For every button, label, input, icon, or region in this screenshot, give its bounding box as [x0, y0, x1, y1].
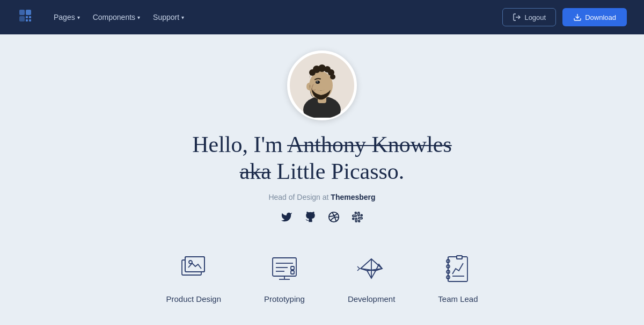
skill-prototyping: Prototyping	[264, 252, 305, 304]
download-button[interactable]: Download	[562, 8, 627, 26]
svg-rect-5	[26, 19, 28, 21]
slack-icon[interactable]	[352, 211, 363, 226]
svg-rect-24	[185, 257, 204, 272]
github-icon[interactable]	[304, 211, 316, 226]
nav-components[interactable]: Components ▾	[93, 13, 140, 21]
svg-rect-0	[19, 10, 25, 15]
hero-text: Hello, I'm Anthony Knowles aka Little Pi…	[192, 131, 452, 185]
svg-rect-32	[291, 271, 294, 274]
skills-row: Product Design	[166, 252, 478, 304]
chevron-down-icon: ▾	[137, 15, 140, 20]
svg-rect-2	[19, 16, 25, 21]
svg-rect-31	[291, 266, 294, 270]
svg-rect-27	[273, 258, 296, 276]
skill-label-product-design: Product Design	[166, 294, 221, 304]
logout-button[interactable]: Logout	[502, 8, 556, 26]
twitter-icon[interactable]	[281, 211, 292, 226]
social-icons	[281, 211, 363, 226]
nav-support[interactable]: Support ▾	[153, 13, 184, 21]
team-lead-icon	[442, 252, 474, 287]
skill-label-team-lead: Team Lead	[438, 294, 478, 304]
logout-icon	[513, 13, 521, 21]
navbar: Pages ▾ Components ▾ Support ▾ Logout	[0, 0, 644, 34]
avatar-image	[290, 53, 354, 118]
skill-product-design: Product Design	[166, 252, 221, 304]
hero-line1: Hello, I'm Anthony Knowles	[192, 131, 452, 158]
svg-rect-3	[26, 16, 28, 18]
svg-point-21	[317, 81, 318, 83]
logo-icon	[17, 8, 36, 27]
svg-rect-38	[448, 257, 467, 281]
download-icon	[573, 13, 582, 21]
prototyping-icon	[268, 252, 301, 287]
logo[interactable]	[17, 8, 36, 27]
hero-name: Anthony Knowles	[287, 132, 452, 157]
skill-label-development: Development	[348, 294, 395, 304]
chevron-down-icon: ▾	[77, 15, 80, 20]
avatar	[287, 50, 357, 120]
skill-team-lead: Team Lead	[438, 252, 478, 304]
chevron-down-icon: ▾	[181, 15, 184, 20]
svg-rect-1	[26, 10, 31, 15]
nav-links: Pages ▾ Components ▾ Support ▾	[54, 13, 485, 21]
product-design-icon	[178, 252, 210, 287]
skill-development: Development	[348, 252, 395, 304]
nav-actions: Logout Download	[502, 8, 627, 26]
svg-point-19	[330, 74, 335, 80]
svg-point-13	[306, 83, 312, 90]
dribbble-icon[interactable]	[328, 211, 340, 226]
skill-label-prototyping: Prototyping	[264, 294, 305, 304]
development-icon	[355, 252, 387, 287]
main-content: Hello, I'm Anthony Knowles aka Little Pi…	[0, 34, 644, 304]
svg-rect-6	[29, 19, 31, 21]
svg-rect-4	[29, 16, 31, 18]
nav-pages[interactable]: Pages ▾	[54, 13, 80, 21]
subtitle: Head of Design at Themesberg	[268, 193, 375, 201]
hero-line2: aka Little Picasso.	[192, 158, 452, 185]
